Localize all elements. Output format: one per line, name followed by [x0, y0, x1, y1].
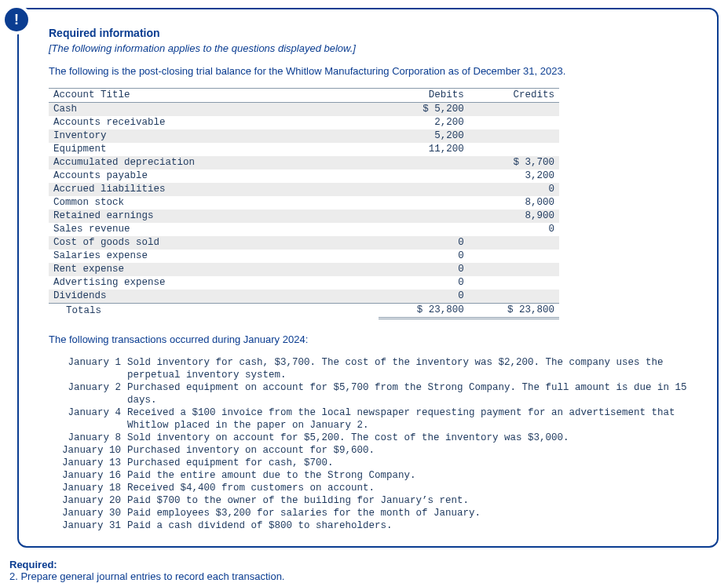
account-title-cell: Advertising expense [49, 276, 379, 290]
credit-cell: 0 [469, 183, 559, 196]
transaction-text: Sold inventory on account for $5,200. Th… [124, 432, 695, 444]
transaction-date: January 13 [49, 457, 124, 469]
credit-cell [469, 263, 559, 276]
account-title-cell: Inventory [49, 129, 379, 143]
account-title-cell: Sales revenue [49, 223, 379, 236]
credit-cell: $ 3,700 [469, 156, 559, 169]
trial-balance-row: Retained earnings8,900 [49, 210, 559, 223]
transaction-row: January 4Received a $100 invoice from th… [49, 406, 695, 432]
debit-cell [379, 196, 469, 210]
transactions-intro: The following transactions occurred duri… [49, 333, 695, 345]
transaction-text: Received $4,400 from customers on accoun… [124, 482, 695, 494]
debit-cell: 0 [379, 290, 469, 304]
account-title-cell: Cost of goods sold [49, 236, 379, 250]
account-title-cell: Accumulated depreciation [49, 156, 379, 169]
required-info-heading: Required information [49, 27, 695, 39]
debit-cell: 0 [379, 236, 469, 250]
credit-cell [469, 290, 559, 304]
transaction-text: Paid employees $3,200 for salaries for t… [124, 507, 695, 519]
transaction-text: Paid $700 to the owner of the building f… [124, 494, 695, 507]
debit-cell: 11,200 [379, 143, 469, 156]
transaction-row: January 2Purchased equipment on account … [49, 381, 695, 406]
transaction-date: January 2 [49, 381, 124, 406]
credit-cell [469, 250, 559, 263]
intro-text: The following is the post-closing trial … [49, 65, 695, 77]
credit-cell: 3,200 [469, 169, 559, 183]
account-title-cell: Dividends [49, 290, 379, 304]
credit-cell: 8,900 [469, 210, 559, 223]
transaction-date: January 8 [49, 432, 124, 444]
totals-label: Totals [49, 304, 379, 319]
transactions-list: January 1Sold inventory for cash, $3,700… [49, 356, 695, 532]
trial-balance-table: Account Title Debits Credits Cash$ 5,200… [49, 88, 559, 319]
th-debits: Debits [379, 89, 469, 103]
account-title-cell: Salaries expense [49, 250, 379, 263]
credit-cell [469, 236, 559, 250]
transaction-text: Received a $100 invoice from the local n… [124, 406, 695, 432]
trial-balance-row: Equipment11,200 [49, 143, 559, 156]
account-title-cell: Accounts receivable [49, 116, 379, 129]
transaction-text: Purchased equipment on account for $5,70… [124, 381, 695, 406]
transaction-row: January 10Purchased inventory on account… [49, 444, 695, 457]
transaction-date: January 1 [49, 356, 124, 381]
transaction-date: January 31 [49, 519, 124, 532]
debit-cell: 5,200 [379, 129, 469, 143]
account-title-cell: Equipment [49, 143, 379, 156]
credit-cell [469, 143, 559, 156]
debit-cell: 2,200 [379, 116, 469, 129]
trial-balance-row: Accounts payable3,200 [49, 169, 559, 183]
credit-cell [469, 103, 559, 117]
alert-badge-icon: ! [5, 8, 28, 31]
account-title-cell: Accounts payable [49, 169, 379, 183]
transaction-date: January 10 [49, 444, 124, 457]
transaction-row: January 13Purchased equipment for cash, … [49, 457, 695, 469]
transaction-date: January 16 [49, 469, 124, 482]
requirements-block: Required: 2. Prepare general journal ent… [9, 559, 719, 583]
required-label: Required: [9, 559, 719, 570]
credit-cell: 8,000 [469, 196, 559, 210]
trial-balance-row: Rent expense0 [49, 263, 559, 276]
transaction-date: January 20 [49, 494, 124, 507]
transaction-date: January 18 [49, 482, 124, 494]
trial-balance-row: Common stock8,000 [49, 196, 559, 210]
debit-cell [379, 210, 469, 223]
transaction-row: January 30Paid employees $3,200 for sala… [49, 507, 695, 519]
transaction-row: January 8Sold inventory on account for $… [49, 432, 695, 444]
debit-cell: 0 [379, 263, 469, 276]
credit-cell [469, 129, 559, 143]
trial-balance-row: Cost of goods sold0 [49, 236, 559, 250]
transaction-row: January 31Paid a cash dividend of $800 t… [49, 519, 695, 532]
trial-balance-row: Sales revenue0 [49, 223, 559, 236]
transaction-text: Paid the entire amount due to the Strong… [124, 469, 695, 482]
debit-cell [379, 169, 469, 183]
trial-balance-row: Accounts receivable2,200 [49, 116, 559, 129]
totals-debit: $ 23,800 [379, 304, 469, 319]
applies-note: [The following information applies to th… [49, 42, 695, 54]
required-line: 2. Prepare general journal entries to re… [9, 570, 719, 582]
account-title-cell: Rent expense [49, 263, 379, 276]
debit-cell [379, 223, 469, 236]
trial-balance-row: Accumulated depreciation$ 3,700 [49, 156, 559, 169]
debit-cell: 0 [379, 276, 469, 290]
transaction-row: January 18Received $4,400 from customers… [49, 482, 695, 494]
trial-balance-row: Cash$ 5,200 [49, 103, 559, 117]
debit-cell: $ 5,200 [379, 103, 469, 117]
debit-cell [379, 156, 469, 169]
account-title-cell: Common stock [49, 196, 379, 210]
transaction-date: January 30 [49, 507, 124, 519]
account-title-cell: Cash [49, 103, 379, 117]
transaction-row: January 16Paid the entire amount due to … [49, 469, 695, 482]
credit-cell [469, 276, 559, 290]
transaction-date: January 4 [49, 406, 124, 432]
th-credits: Credits [469, 89, 559, 103]
totals-credit: $ 23,800 [469, 304, 559, 319]
trial-balance-row: Advertising expense0 [49, 276, 559, 290]
credit-cell: 0 [469, 223, 559, 236]
trial-balance-row: Inventory5,200 [49, 129, 559, 143]
credit-cell [469, 116, 559, 129]
transaction-text: Sold inventory for cash, $3,700. The cos… [124, 356, 695, 381]
info-panel: ! Required information [The following in… [17, 8, 719, 548]
trial-balance-row: Dividends0 [49, 290, 559, 304]
debit-cell [379, 183, 469, 196]
transaction-text: Paid a cash dividend of $800 to sharehol… [124, 519, 695, 532]
